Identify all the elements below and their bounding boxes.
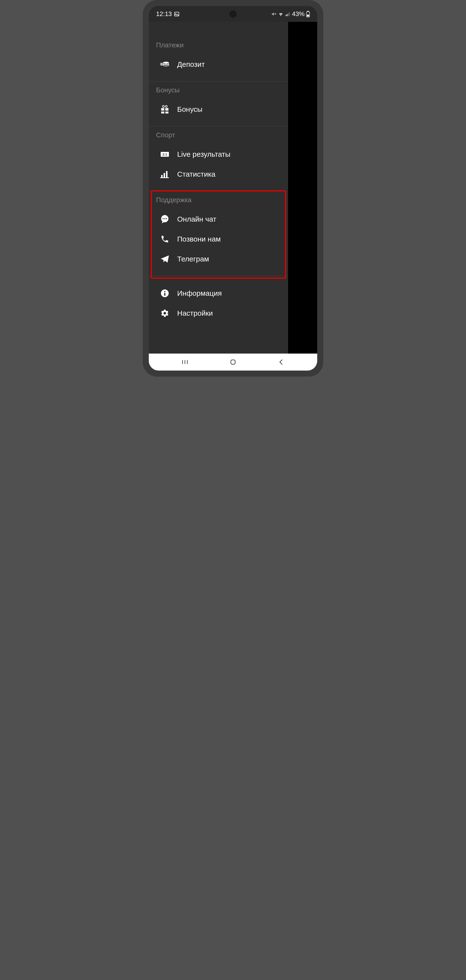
menu-label: Онлайн чат <box>177 215 216 223</box>
svg-text:2:1: 2:1 <box>163 153 167 156</box>
svg-rect-25 <box>161 175 163 177</box>
section-header-payments: Платежи <box>149 37 288 54</box>
phone-icon <box>160 234 170 244</box>
nav-back-button[interactable] <box>276 357 286 367</box>
signal-icon <box>285 11 290 17</box>
svg-rect-26 <box>163 173 165 177</box>
bar-chart-icon <box>160 169 170 179</box>
section-sport: Спорт 2:1 Live результаты Статистика <box>149 126 288 191</box>
menu-item-information[interactable]: Информация <box>149 283 288 303</box>
menu-label: Телеграм <box>177 255 209 263</box>
svg-point-21 <box>162 105 164 107</box>
section-header-bonuses: Бонусы <box>149 81 288 99</box>
svg-rect-19 <box>161 111 164 113</box>
telegram-icon <box>160 254 170 264</box>
section-header-support: Поддержка <box>149 191 288 209</box>
svg-point-32 <box>166 218 167 219</box>
svg-rect-39 <box>231 360 235 364</box>
gear-icon <box>160 308 170 318</box>
svg-point-31 <box>164 218 165 219</box>
menu-item-call-us[interactable]: Позвони нам <box>149 229 288 249</box>
menu-item-bonuses[interactable]: Бонусы <box>149 99 288 119</box>
svg-point-30 <box>163 218 163 219</box>
svg-rect-17 <box>161 108 164 111</box>
menu-label: Бонусы <box>177 105 203 113</box>
svg-rect-27 <box>166 171 168 177</box>
svg-rect-10 <box>307 14 309 16</box>
svg-rect-35 <box>164 293 165 296</box>
svg-rect-4 <box>286 15 286 16</box>
svg-rect-7 <box>289 12 290 16</box>
svg-rect-28 <box>160 177 169 178</box>
section-support: Поддержка Онлайн чат Позвони нам <box>149 191 288 276</box>
section-bonuses: Бонусы Бонусы <box>149 81 288 126</box>
menu-label: Позвони нам <box>177 235 221 243</box>
menu-item-live-results[interactable]: 2:1 Live результаты <box>149 144 288 164</box>
svg-point-34 <box>164 291 165 292</box>
android-nav-bar <box>149 353 317 371</box>
info-icon <box>160 288 170 298</box>
content-area: Платежи Депозит Бонусы <box>149 22 317 353</box>
menu-item-telegram[interactable]: Телеграм <box>149 249 288 269</box>
menu-item-online-chat[interactable]: Онлайн чат <box>149 209 288 229</box>
menu-panel[interactable]: Платежи Депозит Бонусы <box>149 22 288 353</box>
status-time: 12:13 <box>156 10 172 18</box>
menu-label: Статистика <box>177 170 216 178</box>
svg-point-22 <box>165 105 167 107</box>
wifi-icon <box>278 11 284 17</box>
menu-label: Настройки <box>177 309 213 317</box>
menu-label: Live результаты <box>177 150 230 158</box>
status-battery-pct: 43% <box>292 10 304 18</box>
phone-frame: 12:13 43% <box>143 0 323 377</box>
menu-item-deposit[interactable]: Депозит <box>149 54 288 74</box>
svg-rect-5 <box>287 14 287 16</box>
menu-item-settings[interactable]: Настройки <box>149 303 288 323</box>
svg-rect-18 <box>165 108 168 111</box>
menu-label: Информация <box>177 289 222 298</box>
phone-screen: 12:13 43% <box>149 6 317 371</box>
image-icon <box>174 11 180 17</box>
section-payments: Платежи Депозит <box>149 37 288 81</box>
section-header-sport: Спорт <box>149 126 288 144</box>
svg-rect-20 <box>165 111 168 113</box>
background-edge <box>288 22 317 353</box>
svg-rect-9 <box>307 11 309 12</box>
svg-point-1 <box>176 13 176 14</box>
coins-icon <box>160 59 170 70</box>
chat-icon <box>160 214 170 224</box>
nav-recents-button[interactable] <box>180 357 190 367</box>
camera-notch <box>229 10 237 18</box>
nav-home-button[interactable] <box>228 357 238 367</box>
section-other: Информация Настройки <box>149 276 288 330</box>
menu-item-statistics[interactable]: Статистика <box>149 164 288 184</box>
svg-rect-6 <box>288 13 288 16</box>
gift-icon <box>160 104 170 115</box>
scoreboard-icon: 2:1 <box>160 149 170 159</box>
mute-icon <box>271 11 276 17</box>
menu-label: Депозит <box>177 60 205 68</box>
battery-icon <box>306 11 310 17</box>
